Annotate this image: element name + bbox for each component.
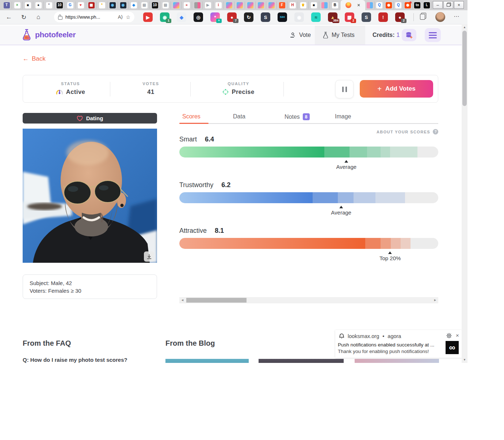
home-button[interactable]: ⌂ (37, 10, 40, 24)
menu-button[interactable] (425, 28, 441, 42)
pinned-tab[interactable]: F (277, 1, 287, 9)
extension-button[interactable]: ◎ (194, 12, 203, 22)
url-bar[interactable]: https://www.ph... A⟩ ☆ (54, 12, 134, 22)
extension-button[interactable]: ●2 (395, 12, 405, 22)
browser-menu-icon[interactable]: … (454, 12, 460, 18)
blog-thumbnail[interactable] (165, 359, 249, 363)
minimize-button[interactable]: – (433, 1, 443, 9)
pinned-tab[interactable]: ♥ (76, 1, 86, 9)
extension-button[interactable]: ≈ (311, 12, 321, 22)
toast-close-icon[interactable]: × (456, 332, 459, 338)
scroll-left-icon[interactable]: ◄ (181, 298, 184, 302)
photofeeler-logo[interactable]: photofeeler (22, 29, 76, 41)
pinned-tab[interactable]: 10 (150, 1, 160, 9)
pinned-tab[interactable] (266, 1, 277, 9)
pinned-tab[interactable]: T (1, 1, 12, 9)
pinned-tab[interactable]: B (330, 1, 340, 9)
pinned-tab[interactable]: to (413, 1, 422, 9)
pinned-tab[interactable]: ◉ (403, 1, 413, 9)
download-photo-button[interactable] (144, 251, 154, 262)
pinned-tab[interactable] (192, 1, 203, 9)
favorite-star-icon[interactable]: ☆ (126, 14, 130, 20)
pinned-tab[interactable]: ▶ (203, 1, 213, 9)
help-icon[interactable]: ? (433, 129, 438, 134)
blog-thumbnail[interactable] (355, 359, 439, 363)
extension-button[interactable]: S (362, 12, 371, 22)
pinned-tab[interactable]: × (12, 1, 23, 9)
pinned-tab[interactable]: i (213, 1, 224, 9)
pinned-tab[interactable] (171, 1, 182, 9)
pinned-tab[interactable]: ▤ (160, 1, 171, 9)
pinned-tab[interactable]: Q (375, 1, 384, 9)
nav-my-tests[interactable]: My Tests (323, 26, 355, 45)
pinned-tab[interactable] (319, 1, 330, 9)
extension-button[interactable]: S (261, 12, 270, 22)
pause-test-button[interactable] (335, 80, 354, 98)
active-tab-photofeeler[interactable]: × (340, 0, 365, 10)
extension-button[interactable]: ▲384 (328, 12, 337, 22)
tab-favicon-icon: ♥ (78, 2, 84, 8)
pinned-tab[interactable]: H (287, 1, 298, 9)
pinned-tab[interactable]: ▦ (86, 1, 97, 9)
add-votes-button[interactable]: + Add Votes (360, 80, 433, 98)
pinned-tab[interactable]: ■ (23, 1, 33, 9)
vertical-scrollbar[interactable]: ▲ ▼ (462, 24, 467, 363)
pinned-tab[interactable]: * (97, 1, 107, 9)
pinned-tab[interactable] (365, 1, 375, 9)
close-button[interactable]: × (454, 1, 464, 9)
back-button[interactable]: ← (6, 10, 12, 24)
pinned-tab[interactable]: ♛ (298, 1, 309, 9)
extension-button[interactable]: ◆ (177, 12, 186, 22)
push-notification-toast[interactable]: looksmax.org • agora × Push notification… (335, 330, 462, 358)
tab-scores[interactable]: Scores (182, 113, 201, 120)
url-text[interactable]: https://www.ph... (65, 14, 115, 20)
pinned-tab[interactable] (234, 1, 245, 9)
pinned-tab[interactable] (245, 1, 256, 9)
collections-icon[interactable] (420, 14, 425, 20)
pinned-tab[interactable]: ◆ (129, 1, 139, 9)
extension-button[interactable]: ◉ (294, 12, 304, 22)
pinned-tab[interactable] (256, 1, 266, 9)
scrollbar-thumb[interactable] (186, 298, 247, 303)
pinned-tab[interactable]: « (182, 1, 192, 9)
scrollbar-thumb[interactable] (462, 31, 467, 106)
scroll-down-icon[interactable]: ▼ (462, 358, 467, 361)
nav-vote[interactable]: Vote (290, 26, 311, 45)
pinned-tab[interactable] (224, 1, 234, 9)
tab-data[interactable]: Data (233, 113, 245, 120)
scroll-up-icon[interactable]: ▲ (462, 26, 467, 29)
extension-button[interactable]: ◉1 (160, 12, 169, 22)
horizontal-scrollbar[interactable]: ◄ ► (179, 297, 438, 303)
pinned-tab[interactable]: ◉ (118, 1, 129, 9)
read-aloud-icon[interactable]: A⟩ (118, 14, 123, 20)
pinned-tab[interactable]: ▤ (139, 1, 150, 9)
toast-settings-button[interactable] (446, 333, 452, 340)
scroll-right-icon[interactable]: ► (434, 298, 437, 302)
pinned-tab[interactable]: ◉ (107, 1, 118, 9)
extension-button[interactable]: ! (378, 12, 388, 22)
add-credits-button[interactable] (402, 29, 416, 41)
pinned-tab[interactable]: ■ (309, 1, 319, 9)
tab-image[interactable]: Image (335, 113, 351, 120)
pinned-tab[interactable]: ◉ (384, 1, 394, 9)
score-header: Trustworthy6.2 (179, 181, 438, 189)
pinned-tab[interactable]: L (422, 1, 432, 9)
extension-button[interactable]: *+ (210, 12, 220, 22)
extension-button[interactable]: SIH (278, 12, 287, 22)
profile-avatar[interactable] (435, 12, 445, 22)
pinned-tab[interactable]: Q (394, 1, 403, 9)
pinned-tab[interactable]: G (65, 1, 76, 9)
pinned-tab[interactable]: ● (33, 1, 44, 9)
extension-button[interactable]: ↻ (244, 12, 253, 22)
pinned-tab[interactable]: 10 (54, 1, 65, 9)
extension-button[interactable]: ●7 (227, 12, 237, 22)
restore-button[interactable] (443, 1, 453, 9)
back-link[interactable]: ← Back (23, 55, 46, 62)
extension-button[interactable]: ▦2 (345, 12, 354, 22)
tab-notes[interactable]: Notes 8 (285, 113, 310, 120)
tab-close-icon[interactable]: × (357, 3, 360, 8)
blog-thumbnail[interactable] (259, 359, 344, 363)
refresh-button[interactable]: ↻ (21, 10, 26, 24)
extension-button[interactable]: ▶ (143, 12, 153, 22)
pinned-tab[interactable]: * (44, 1, 54, 9)
